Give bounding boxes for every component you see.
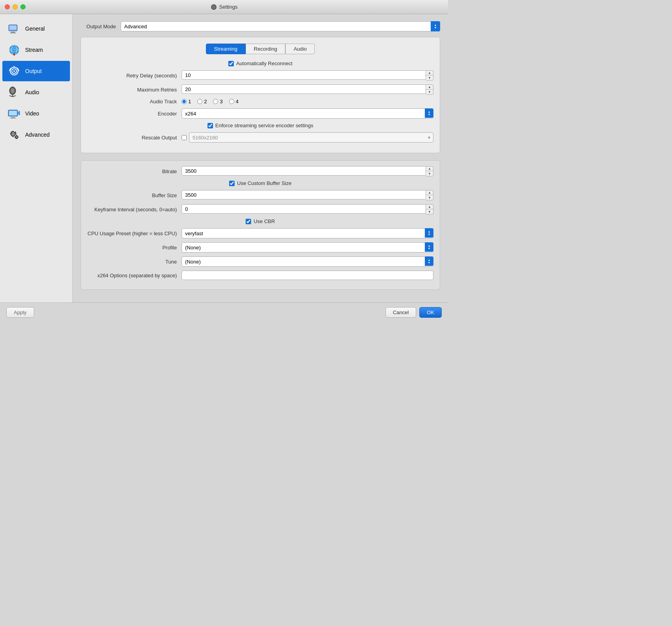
advanced-icon xyxy=(7,128,21,142)
sidebar-label-general: General xyxy=(25,26,45,32)
svg-point-14 xyxy=(13,70,15,72)
profile-select[interactable]: (None) baseline main high xyxy=(182,242,433,253)
buffer-size-up[interactable]: ▲ xyxy=(426,190,433,195)
max-retries-input[interactable] xyxy=(182,84,426,94)
x264-options-input[interactable] xyxy=(182,271,433,280)
enforce-encoder-label: Enforce streaming service encoder settin… xyxy=(215,123,313,128)
auto-reconnect-checkbox[interactable] xyxy=(228,61,234,66)
rescale-output-control: 5160x2160 3840x2160 1920x1080 1280x720 ▼ xyxy=(182,132,433,143)
keyframe-interval-control: ▲ ▼ xyxy=(182,204,433,214)
video-icon xyxy=(7,106,21,121)
audio-track-label: Audio Track xyxy=(87,99,182,104)
audio-track-2[interactable]: 2 xyxy=(197,99,207,104)
retry-delay-label: Retry Delay (seconds) xyxy=(87,73,182,79)
profile-spinner: ▲ ▼ xyxy=(425,242,433,252)
ok-cancel-group: Cancel OK xyxy=(386,307,442,318)
output-mode-row: Output Mode Simple Advanced ▲ ▼ xyxy=(81,21,440,31)
traffic-lights[interactable] xyxy=(5,4,26,9)
use-cbr-checkbox[interactable] xyxy=(246,219,251,224)
cancel-button[interactable]: Cancel xyxy=(386,307,416,318)
tab-streaming[interactable]: Streaming xyxy=(206,44,246,54)
output-mode-label: Output Mode xyxy=(81,24,116,29)
bitrate-down[interactable]: ▼ xyxy=(426,171,433,176)
audio-track-1[interactable]: 1 xyxy=(182,99,191,104)
svg-rect-6 xyxy=(10,33,16,33)
svg-point-24 xyxy=(12,133,14,135)
bitrate-input[interactable] xyxy=(182,166,426,176)
keyframe-interval-down[interactable]: ▼ xyxy=(426,209,433,214)
max-retries-label: Maximum Retries xyxy=(87,87,182,93)
encoder-control: x264 NVENC H.264 AMD H.264 ▲ ▼ xyxy=(182,108,433,119)
svg-rect-22 xyxy=(10,118,16,119)
tune-select[interactable]: (None) film animation grain xyxy=(182,256,433,267)
bitrate-label: Bitrate xyxy=(87,168,182,174)
tab-audio[interactable]: Audio xyxy=(285,44,315,54)
svg-rect-28 xyxy=(15,134,17,135)
buffer-size-down[interactable]: ▼ xyxy=(426,195,433,200)
rescale-output-checkbox[interactable] xyxy=(182,135,187,140)
cpu-usage-control: ultrafast superfast veryfast faster fast… xyxy=(182,228,433,238)
bottom-bar: Apply Cancel OK xyxy=(0,302,448,322)
close-button[interactable] xyxy=(5,4,10,9)
audio-track-3[interactable]: 3 xyxy=(213,99,222,104)
content-area: Output Mode Simple Advanced ▲ ▼ Streamin… xyxy=(73,14,448,322)
auto-reconnect-row: Automatically Reconnect xyxy=(87,60,433,66)
retry-delay-control: 10 ▲ ▼ xyxy=(182,70,433,81)
svg-rect-4 xyxy=(9,26,17,30)
sidebar-item-video[interactable]: Video xyxy=(2,103,70,124)
stream-icon xyxy=(7,43,21,57)
output-mode-select[interactable]: Simple Advanced xyxy=(121,21,440,31)
svg-point-11 xyxy=(13,54,15,56)
tune-control: (None) film animation grain ▲ ▼ xyxy=(182,256,433,267)
minimize-button[interactable] xyxy=(13,4,18,9)
encoder-spinner: ▲ ▼ xyxy=(425,108,433,118)
svg-point-2 xyxy=(213,6,215,8)
ok-button[interactable]: OK xyxy=(419,307,442,318)
x264-options-row: x264 Options (separated by space) xyxy=(87,271,433,280)
audio-icon xyxy=(7,85,21,99)
enforce-encoder-checkbox[interactable] xyxy=(207,123,213,128)
apply-button[interactable]: Apply xyxy=(6,307,34,318)
sidebar-item-output[interactable]: Output xyxy=(2,61,70,81)
output-icon xyxy=(7,64,21,78)
encoder-select[interactable]: x264 NVENC H.264 AMD H.264 xyxy=(182,108,433,119)
keyframe-interval-input[interactable] xyxy=(182,204,426,214)
maximize-button[interactable] xyxy=(20,4,26,9)
retry-delay-down[interactable]: ▼ xyxy=(426,75,433,80)
use-cbr-row: Use CBR xyxy=(87,218,433,224)
bitrate-up[interactable]: ▲ xyxy=(426,167,433,171)
buffer-size-stepper: ▲ ▼ xyxy=(426,190,433,200)
rescale-resolution-select[interactable]: 5160x2160 3840x2160 1920x1080 1280x720 xyxy=(189,132,433,143)
general-icon xyxy=(7,22,21,36)
retry-delay-input[interactable]: 10 xyxy=(182,70,426,80)
sidebar-item-advanced[interactable]: Advanced xyxy=(2,124,70,145)
cpu-usage-select[interactable]: ultrafast superfast veryfast faster fast… xyxy=(182,228,433,238)
max-retries-up[interactable]: ▲ xyxy=(426,85,433,90)
cpu-usage-row: CPU Usage Preset (higher = less CPU) ult… xyxy=(87,228,433,238)
x264-options-control xyxy=(182,271,433,280)
x264-options-label: x264 Options (separated by space) xyxy=(87,273,182,278)
buffer-size-input[interactable] xyxy=(182,190,426,200)
max-retries-down[interactable]: ▼ xyxy=(426,90,433,94)
custom-buffer-checkbox[interactable] xyxy=(229,181,235,186)
sidebar-label-audio: Audio xyxy=(25,89,39,95)
tune-spinner: ▲ ▼ xyxy=(425,256,433,266)
sidebar-item-audio[interactable]: Audio xyxy=(2,82,70,103)
retry-delay-stepper: ▲ ▼ xyxy=(426,70,433,81)
sidebar-item-general[interactable]: General xyxy=(2,18,70,39)
sidebar-label-output: Output xyxy=(25,68,42,74)
buffer-size-row: Buffer Size ▲ ▼ xyxy=(87,190,433,200)
profile-label: Profile xyxy=(87,245,182,251)
retry-delay-up[interactable]: ▲ xyxy=(426,71,433,75)
custom-buffer-row: Use Custom Buffer Size xyxy=(87,180,433,186)
sidebar-label-advanced: Advanced xyxy=(25,132,50,138)
buffer-size-control: ▲ ▼ xyxy=(182,190,433,200)
audio-track-4[interactable]: 4 xyxy=(229,99,239,104)
keyframe-interval-label: Keyframe Interval (seconds, 0=auto) xyxy=(87,207,182,212)
svg-rect-34 xyxy=(16,138,17,139)
max-retries-row: Maximum Retries ▲ ▼ xyxy=(87,84,433,95)
tab-recording[interactable]: Recording xyxy=(246,44,285,54)
keyframe-interval-up[interactable]: ▲ xyxy=(426,205,433,209)
sidebar-label-video: Video xyxy=(25,110,39,117)
sidebar-item-stream[interactable]: Stream xyxy=(2,40,70,60)
